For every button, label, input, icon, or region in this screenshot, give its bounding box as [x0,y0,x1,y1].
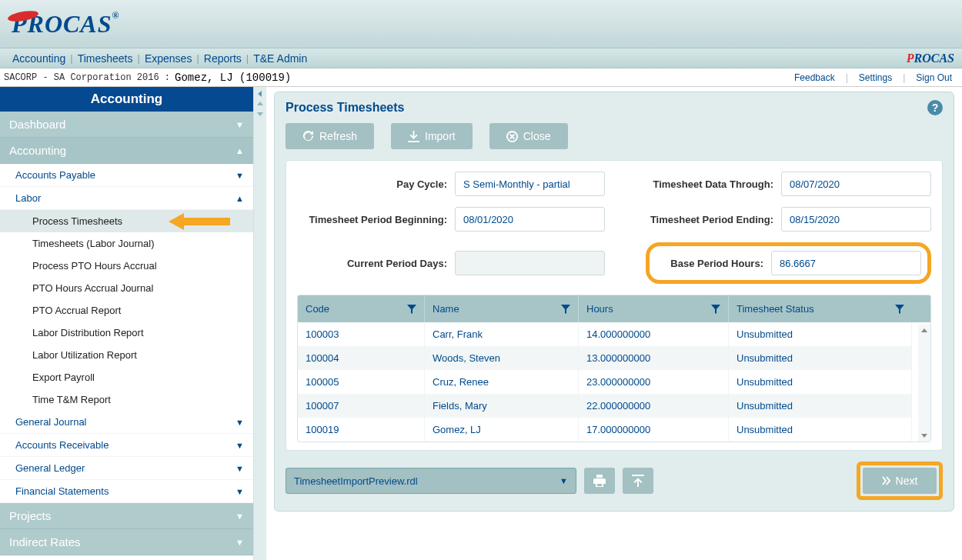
input-data-through[interactable] [781,172,931,196]
sidebar-label: Accounting [9,144,66,157]
close-button[interactable]: Close [489,123,568,149]
svg-marker-6 [921,434,927,438]
refresh-button[interactable]: Refresh [286,123,374,149]
panel-process-timesheets: Process Timesheets ? Refresh Import Clos… [274,92,954,512]
table-row[interactable]: 100004Woods, Steven13.000000000Unsubmitt… [298,346,930,370]
input-period-begin[interactable] [455,207,605,232]
logo-small: PROCAS [907,52,954,65]
input-pay-cycle[interactable] [455,172,605,196]
refresh-icon [302,131,314,142]
sidebar-sub-financial-statements[interactable]: Financial Statements ▼ [0,480,253,503]
grid-scrollbar[interactable] [918,325,930,442]
col-header-status[interactable]: Timesheet Status [729,295,912,322]
callout-next: Next [857,462,943,500]
sidebar-item-process-pto[interactable]: Process PTO Hours Accrual [0,255,253,277]
sidebar-sub-label: Labor [15,192,41,204]
sidebar-item-time-tm[interactable]: Time T&M Report [0,388,253,411]
col-header-hours[interactable]: Hours [579,295,729,322]
table-row[interactable]: 100005Cruz, Renee23.000000000Unsubmitted [298,370,930,394]
sidebar-item-label: Process Timesheets [32,215,122,227]
caret-down-icon: ▼ [235,120,244,129]
sidebar-sub-label: General Ledger [15,462,85,474]
print-icon [593,475,606,487]
nav-reports[interactable]: Reports [199,52,246,65]
filter-icon[interactable] [561,305,570,314]
export-button[interactable] [623,468,653,494]
cell-code: 100019 [298,418,425,442]
sidebar-section-projects[interactable]: Projects ▼ [0,503,253,529]
filter-icon[interactable] [711,305,720,314]
collapse-up-icon [256,100,264,108]
sidebar-section-dashboard[interactable]: Dashboard ▼ [0,112,253,138]
link-signout[interactable]: Sign Out [910,72,958,83]
help-icon[interactable]: ? [927,100,943,115]
link-settings[interactable]: Settings [853,72,898,83]
nav-expenses[interactable]: Expenses [140,52,196,65]
sidebar-item-pto-report[interactable]: PTO Accrual Report [0,299,253,322]
nav-accounting[interactable]: Accounting [8,52,70,65]
top-nav: Accounting| Timesheets| Expenses| Report… [0,48,962,68]
nav-timesheets[interactable]: Timesheets [73,52,138,65]
print-button[interactable] [584,468,615,494]
cell-code: 100007 [298,394,425,418]
sidebar-title: Accounting [0,87,253,112]
table-row[interactable]: 100019Gomez, LJ17.000000000Unsubmitted [298,418,930,442]
cell-name: Gomez, LJ [425,418,579,442]
sidebar-section-accounting[interactable]: Accounting ▲ [0,138,253,164]
grid-header-row: Code Name Hours Timesheet Status [298,295,930,322]
sidebar-item-labor-dist[interactable]: Labor Distribution Report [0,322,253,344]
sidebar-label: Dashboard [9,118,65,131]
input-base-hours[interactable] [771,251,921,275]
main-content: Process Timesheets ? Refresh Import Clos… [266,87,962,560]
sidebar-item-process-timesheets[interactable]: Process Timesheets [0,210,253,232]
sidebar-item-timesheets-journal[interactable]: Timesheets (Labor Journal) [0,232,253,255]
label-pay-cycle: Pay Cycle: [312,178,447,190]
registered-icon: ® [112,10,119,21]
svg-marker-3 [257,112,263,116]
next-button[interactable]: Next [863,468,937,494]
filter-icon[interactable] [895,305,904,314]
sidebar-collapse-strip[interactable] [254,87,266,560]
sidebar-sub-general-ledger[interactable]: General Ledger ▼ [0,457,253,480]
filter-icon[interactable] [407,305,416,314]
button-label: Next [896,475,918,487]
table-row[interactable]: 100007Fields, Mary22.000000000Unsubmitte… [298,394,930,418]
cell-name: Woods, Steven [425,346,579,370]
sidebar-sub-label: Accounts Receivable [15,439,109,451]
sidebar-sub-accounts-receivable[interactable]: Accounts Receivable ▼ [0,434,253,457]
label-period-end: Timesheet Period Ending: [643,214,773,225]
caret-down-icon: ▼ [235,464,244,473]
label-data-through: Timesheet Data Through: [643,178,773,190]
cell-code: 100003 [298,322,425,346]
link-feedback[interactable]: Feedback [788,72,841,83]
input-current-days[interactable] [455,251,605,275]
sidebar-item-pto-journal[interactable]: PTO Hours Accrual Journal [0,277,253,299]
sidebar-sub-general-journal[interactable]: General Journal ▼ [0,411,253,434]
sidebar-sub-accounts-payable[interactable]: Accounts Payable ▼ [0,164,253,187]
chevrons-right-icon [882,476,891,485]
col-header-code[interactable]: Code [298,295,425,322]
col-header-name[interactable]: Name [425,295,579,322]
cell-hours: 23.000000000 [579,370,729,394]
caret-down-icon: ▼ [235,512,244,521]
table-row[interactable]: 100003Carr, Frank14.000000000Unsubmitted [298,322,930,346]
report-select[interactable]: TimesheetImportPreview.rdl ▼ [286,468,576,494]
sidebar-item-labor-util[interactable]: Labor Utilization Report [0,344,253,366]
import-button[interactable]: Import [391,123,473,149]
input-period-end[interactable] [781,207,931,232]
cell-status: Unsubmitted [729,322,912,346]
upload-icon [632,475,644,487]
cell-hours: 22.000000000 [579,394,729,418]
info-bar: SACORP - SA Corporation 2016 : Gomez, LJ… [0,68,962,87]
import-icon [408,131,419,142]
svg-marker-5 [921,328,927,332]
sidebar-section-indirect-rates[interactable]: Indirect Rates ▼ [0,529,253,555]
nav-te-admin[interactable]: T&E Admin [249,52,312,65]
col-label: Code [306,303,329,315]
sidebar-sub-labor[interactable]: Labor ▲ [0,187,253,210]
cell-hours: 17.000000000 [579,418,729,442]
scroll-down-icon [920,432,928,439]
sidebar-item-export-payroll[interactable]: Export Payroll [0,366,253,388]
app-header: PROCAS® [0,0,962,48]
callout-arrow-icon [169,212,230,234]
